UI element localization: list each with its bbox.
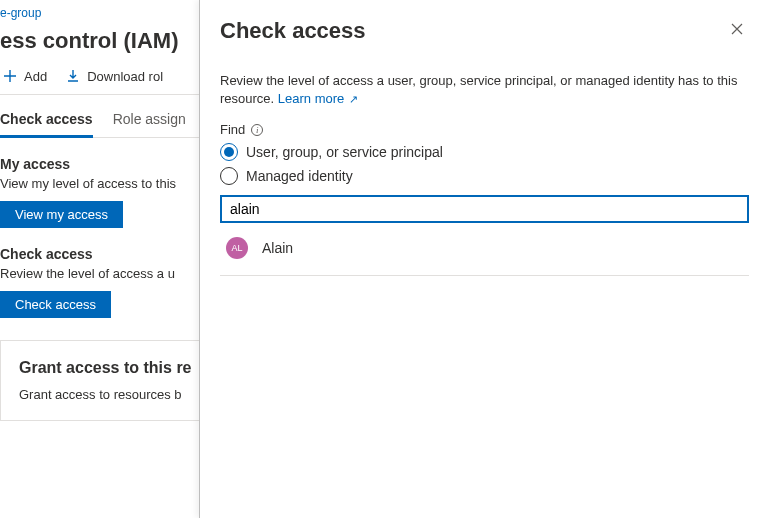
close-button[interactable]: [725, 18, 749, 42]
external-link-icon: ↗: [346, 93, 358, 105]
radio-icon: [220, 167, 238, 185]
tab-role-assignments[interactable]: Role assign: [113, 101, 186, 137]
radio-managed-label: Managed identity: [246, 168, 353, 184]
check-access-panel: Check access Review the level of access …: [199, 0, 769, 518]
plus-icon: [2, 68, 18, 84]
check-access-button[interactable]: Check access: [0, 291, 111, 318]
result-name: Alain: [262, 240, 293, 256]
download-button[interactable]: Download rol: [65, 68, 163, 84]
learn-more-link[interactable]: Learn more ↗: [278, 91, 359, 106]
add-button[interactable]: Add: [2, 68, 47, 84]
tab-check-access[interactable]: Check access: [0, 101, 93, 138]
radio-user-group[interactable]: User, group, or service principal: [220, 143, 749, 161]
download-label: Download rol: [87, 69, 163, 84]
view-my-access-button[interactable]: View my access: [0, 201, 123, 228]
avatar: AL: [226, 237, 248, 259]
add-label: Add: [24, 69, 47, 84]
panel-description: Review the level of access a user, group…: [220, 72, 749, 108]
search-result-item[interactable]: AL Alain: [220, 223, 749, 273]
find-label: Find i: [220, 122, 749, 137]
info-icon[interactable]: i: [251, 124, 263, 136]
find-label-text: Find: [220, 122, 245, 137]
close-icon: [731, 22, 743, 38]
breadcrumb-link[interactable]: e-group: [0, 6, 41, 20]
divider: [220, 275, 749, 276]
radio-managed-identity[interactable]: Managed identity: [220, 167, 749, 185]
panel-title: Check access: [220, 18, 366, 44]
learn-more-text: Learn more: [278, 91, 344, 106]
download-icon: [65, 68, 81, 84]
search-input[interactable]: [220, 195, 749, 223]
radio-user-label: User, group, or service principal: [246, 144, 443, 160]
radio-icon-selected: [220, 143, 238, 161]
